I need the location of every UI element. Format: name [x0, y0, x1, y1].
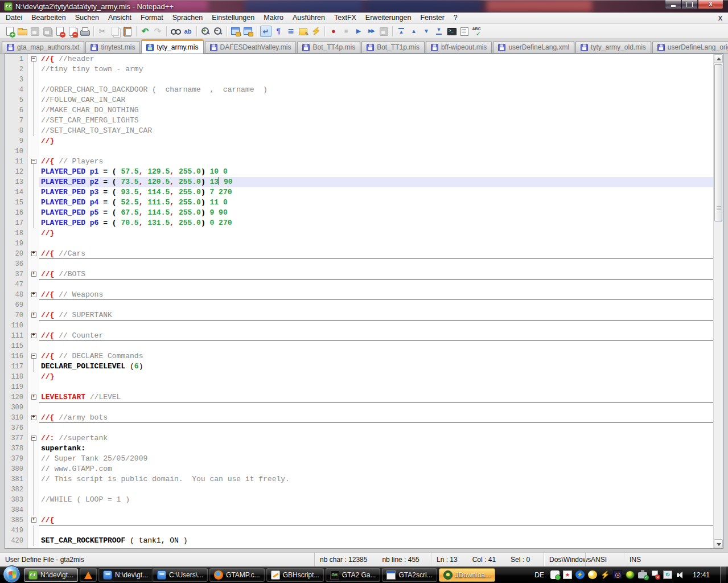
menu-item-erweiterungen[interactable]: Erweiterungen — [361, 13, 416, 23]
code-text[interactable]: PLAYER_PED p5 = ( 67.5, 114.5, 255.0) 9 … — [39, 208, 713, 218]
code-text[interactable]: //} — [39, 228, 713, 239]
action-center-flag-tray-icon[interactable] — [651, 570, 660, 579]
code-text[interactable]: // Super Tank 25/05/2009 — [39, 454, 713, 464]
code-text[interactable]: PLAYER_PED p6 = ( 70.5, 131.5, 255.0) 0 … — [39, 218, 713, 228]
show-all-characters-button[interactable] — [273, 26, 284, 37]
usb-eject-tray-icon[interactable] — [638, 572, 647, 578]
menu-item-fenster[interactable]: Fenster — [416, 13, 449, 23]
code-text[interactable]: //} — [39, 136, 713, 146]
image-editor-tray-icon[interactable] — [563, 570, 572, 579]
code-text[interactable]: // www.GTAMP.com — [39, 464, 713, 474]
scroll-track[interactable] — [714, 63, 723, 539]
code-text[interactable]: //{ // Players — [39, 157, 713, 167]
code-text[interactable]: //{ // DECLARE Commands — [39, 351, 713, 362]
taskbar-button-gta2scri[interactable]: GTA2scri... — [382, 568, 437, 582]
menu-item-suchen[interactable]: Suchen — [71, 13, 104, 23]
code-text[interactable]: supertank: — [39, 444, 713, 454]
fold-collapse-marker[interactable]: − — [28, 351, 39, 362]
code-text[interactable]: DECLARE_POLICELEVEL (6) — [39, 362, 713, 372]
macro-play-button[interactable] — [353, 26, 364, 37]
zoom-in-button[interactable] — [200, 26, 211, 37]
code-text[interactable]: //{ // SUPERTANK — [39, 310, 713, 321]
code-text[interactable]: //ORDER_CHAR_TO_BACKDOOR ( charname , ca… — [39, 85, 713, 95]
fold-expand-marker[interactable]: + — [28, 310, 39, 321]
code-text[interactable] — [39, 423, 713, 433]
lightning-tray-icon[interactable] — [601, 570, 610, 579]
taskbar-clock[interactable]: 12:41 — [688, 571, 717, 579]
fold-expand-marker[interactable]: + — [28, 515, 39, 525]
tab-tyty-army-mis[interactable]: tyty_army.mis — [141, 39, 203, 54]
fold-collapse-marker[interactable]: − — [28, 54, 39, 64]
chat-bubble-tray-icon[interactable] — [588, 570, 597, 579]
function-completion-button[interactable] — [310, 26, 322, 37]
tab-bot-tt4p-mis[interactable]: Bot_TT4p.mis — [297, 41, 360, 53]
taskbar-button-jdownloa[interactable]: JDownloa... — [439, 568, 496, 582]
menu-item-datei[interactable]: Datei — [1, 13, 27, 23]
code-text[interactable]: //: //supertank — [39, 433, 713, 444]
menu-item-sprachen[interactable]: Sprachen — [168, 13, 208, 23]
save-all-button[interactable] — [42, 26, 53, 37]
sync-vertical-scroll-button[interactable] — [230, 26, 241, 37]
taskbar-button-n-dev-gt[interactable]: N:\dev\gt... — [24, 568, 78, 582]
code-text[interactable] — [39, 341, 713, 351]
user-define-dialog-button[interactable] — [298, 26, 309, 37]
code-text[interactable]: //SET_CAR_EMERG_LIGHTS — [39, 116, 713, 126]
code-text[interactable] — [39, 525, 713, 536]
tab-gta-map-authors-txt[interactable]: gta_map_authors.txt — [2, 41, 84, 53]
undo-button[interactable] — [139, 26, 151, 37]
save-button[interactable] — [29, 26, 40, 37]
code-text[interactable]: //MAKE_CHAR_DO_NOTHING — [39, 105, 713, 116]
fold-expand-marker[interactable]: + — [28, 392, 39, 403]
tab-dafesdeathvalley-mis[interactable]: DAFESDeathValley.mis — [205, 41, 297, 53]
code-text[interactable]: //{ //BOTS — [39, 269, 713, 280]
volume-tray-icon[interactable] — [676, 570, 685, 579]
code-text[interactable]: SET_CAR_ROCKETPROOF ( tank1, ON ) — [39, 536, 713, 546]
tab-bff-wipeout-mis[interactable]: bff-wipeout.mis — [426, 41, 492, 53]
code-text[interactable]: //SET_CHAR_TO_STAY_IN_CAR — [39, 126, 713, 136]
code-text[interactable]: PLAYER_PED p4 = ( 52.5, 111.5, 255.0) 11… — [39, 198, 713, 208]
code-text[interactable]: //{ //army bots — [39, 413, 713, 423]
print-button[interactable] — [79, 26, 91, 37]
menu-item-textfx[interactable]: TextFX — [330, 13, 361, 23]
status-insert-mode[interactable]: INS — [624, 553, 728, 566]
textfx-move-up-button[interactable] — [408, 26, 419, 37]
new-file-button[interactable] — [4, 26, 15, 37]
scroll-thumb[interactable] — [714, 64, 722, 221]
taskbar-button-gtamp-c[interactable]: GTAMP.c... — [209, 568, 265, 582]
title-bar[interactable]: N:\dev\gta2\tyty\data\tyty_army.mis - No… — [0, 0, 728, 13]
textfx-move-down-button[interactable] — [421, 26, 432, 37]
vertical-scrollbar[interactable] — [713, 54, 723, 548]
signal-tray-icon[interactable] — [613, 570, 622, 579]
close-button[interactable] — [698, 0, 723, 9]
tab-tyty-army-old-mis[interactable]: tyty_army_old.mis — [575, 41, 651, 53]
textfx-move-top-button[interactable] — [396, 26, 407, 37]
paste-button[interactable] — [122, 26, 133, 37]
code-text[interactable] — [39, 505, 713, 515]
zoom-out-button[interactable] — [212, 26, 224, 37]
macro-record-button[interactable] — [328, 26, 339, 37]
menu-item-makro[interactable]: Makro — [259, 13, 288, 23]
fold-expand-marker[interactable]: + — [28, 413, 39, 423]
code-text[interactable] — [39, 403, 713, 413]
code-text[interactable]: //{ // Weapons — [39, 290, 713, 300]
minimize-button[interactable] — [665, 0, 681, 9]
code-area[interactable]: 1−//{ //header2//tiny tiny town - army34… — [5, 54, 713, 548]
word-wrap-button[interactable] — [260, 26, 272, 37]
downloader-tray-icon[interactable] — [575, 570, 585, 579]
menu-item-format[interactable]: Format — [136, 13, 168, 23]
code-text[interactable] — [39, 259, 713, 269]
code-text[interactable]: LEVELSTART //LEVEL — [39, 392, 713, 403]
fold-expand-marker[interactable]: + — [28, 269, 39, 280]
taskbar-button-gbhscript[interactable]: GBHscript... — [266, 568, 324, 582]
menu-item-einstellungen[interactable]: Einstellungen — [207, 13, 259, 23]
copy-button[interactable] — [109, 26, 121, 37]
fold-collapse-marker[interactable]: − — [28, 157, 39, 167]
code-text[interactable]: //WHILE ( LOOP = 1 ) — [39, 495, 713, 505]
code-text[interactable]: PLAYER_PED p2 = ( 73.5, 120.5, 255.0) 13… — [39, 177, 713, 187]
code-text[interactable]: //tiny tiny town - army — [39, 64, 713, 75]
menu-item-bearbeiten[interactable]: Bearbeiten — [27, 13, 70, 23]
code-text[interactable]: //{ //Cars — [39, 249, 713, 259]
console-button[interactable] — [446, 26, 457, 37]
menu-item-help[interactable]: ? — [449, 13, 462, 23]
taskbar-button-c-users[interactable]: C:\Users\... — [153, 568, 208, 582]
